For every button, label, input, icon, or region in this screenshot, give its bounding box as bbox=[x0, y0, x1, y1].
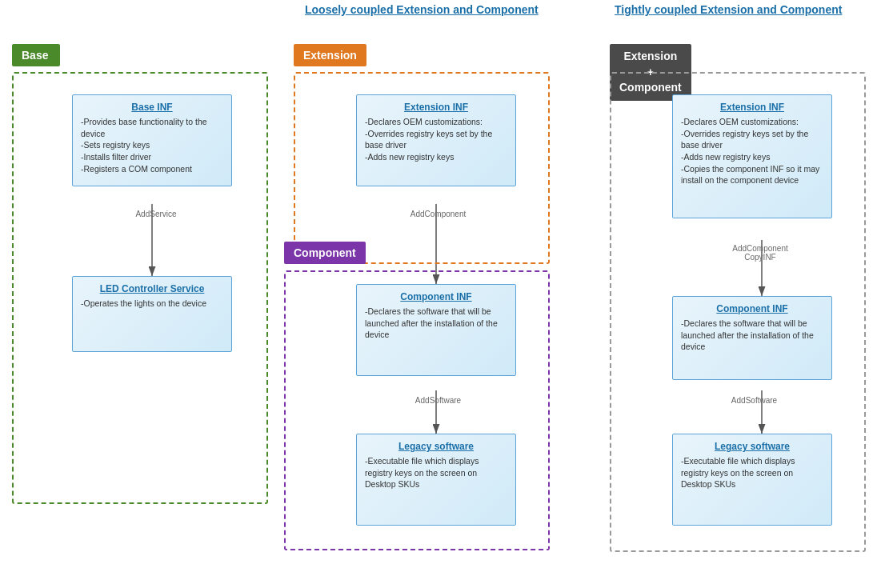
component-inf-tightly-title: Component INF bbox=[681, 303, 823, 314]
base-inf-box: Base INF -Provides base functionality to… bbox=[72, 94, 232, 186]
legacy-software-tightly-desc: -Executable file which displays registry… bbox=[681, 455, 823, 490]
tightly-title: Tightly coupled Extension and Component bbox=[615, 3, 842, 16]
extension-inf-tightly-title: Extension INF bbox=[681, 102, 823, 113]
extension-inf-loosely-box: Extension INF -Declares OEM customizatio… bbox=[356, 94, 516, 186]
legacy-software-loosely-box: Legacy software -Executable file which d… bbox=[356, 434, 516, 526]
add-component-loosely-label: AddComponent bbox=[400, 210, 476, 218]
add-software-tightly-label: AddSoftware bbox=[716, 396, 792, 405]
component-inf-tightly-box: Component INF -Declares the software tha… bbox=[672, 296, 832, 380]
legacy-software-loosely-desc: -Executable file which displays registry… bbox=[365, 455, 507, 490]
component-inf-loosely-box: Component INF -Declares the software tha… bbox=[356, 284, 516, 376]
extension-inf-loosely-title: Extension INF bbox=[365, 102, 507, 113]
component-loosely-label: Component bbox=[284, 242, 366, 264]
base-inf-title: Base INF bbox=[81, 102, 223, 113]
base-inf-desc: -Provides base functionality to the devi… bbox=[81, 116, 223, 174]
led-service-title: LED Controller Service bbox=[81, 283, 223, 294]
legacy-software-loosely-title: Legacy software bbox=[365, 441, 507, 452]
extension-inf-tightly-desc: -Declares OEM customizations: -Overrides… bbox=[681, 116, 823, 186]
extension-inf-loosely-desc: -Declares OEM customizations: -Overrides… bbox=[365, 116, 507, 163]
component-inf-tightly-desc: -Declares the software that will be laun… bbox=[681, 318, 823, 353]
extension-loosely-label: Extension bbox=[294, 44, 366, 66]
legacy-software-tightly-title: Legacy software bbox=[681, 441, 823, 452]
component-inf-loosely-title: Component INF bbox=[365, 291, 507, 302]
diagram-container: Loosely coupled Extension and Component … bbox=[0, 0, 889, 588]
add-software-loosely-label: AddSoftware bbox=[400, 396, 476, 405]
extension-inf-tightly-box: Extension INF -Declares OEM customizatio… bbox=[672, 94, 832, 218]
base-label: Base bbox=[12, 44, 60, 66]
add-component-tightly-label: AddComponent CopyINF bbox=[716, 244, 804, 262]
led-service-desc: -Operates the lights on the device bbox=[81, 298, 223, 310]
legacy-software-tightly-box: Legacy software -Executable file which d… bbox=[672, 434, 832, 526]
loosely-title: Loosely coupled Extension and Component bbox=[305, 3, 539, 16]
component-inf-loosely-desc: -Declares the software that will be laun… bbox=[365, 306, 507, 341]
led-service-box: LED Controller Service -Operates the lig… bbox=[72, 276, 232, 352]
add-service-label: AddService bbox=[124, 210, 188, 218]
